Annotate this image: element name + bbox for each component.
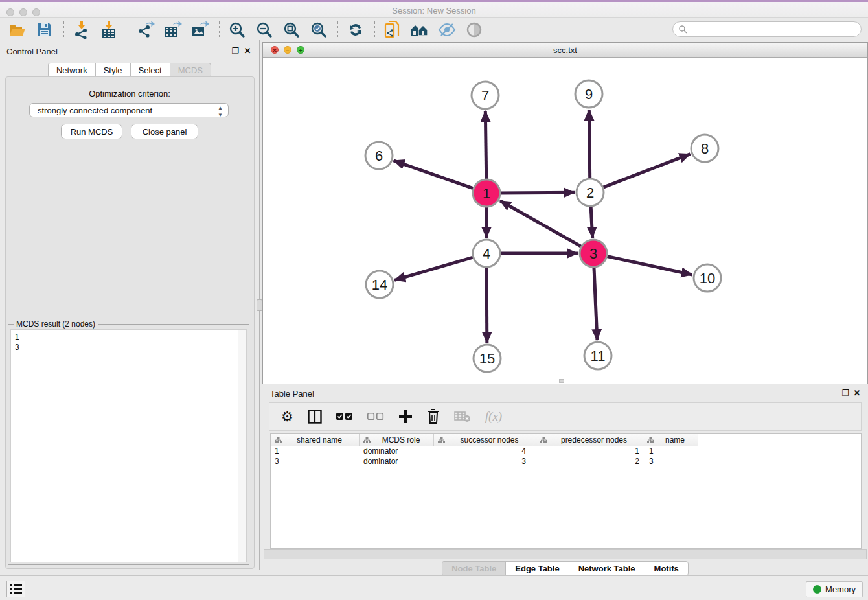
tab-style[interactable]: Style bbox=[95, 63, 130, 78]
node-1[interactable]: 1 bbox=[473, 179, 500, 207]
node-14[interactable]: 14 bbox=[366, 271, 393, 298]
mcds-result-textarea[interactable]: 1 3 bbox=[10, 329, 247, 562]
close-panel-icon[interactable]: ✕ bbox=[852, 389, 862, 398]
node-11[interactable]: 11 bbox=[584, 342, 611, 369]
delete-table-icon[interactable] bbox=[454, 408, 471, 425]
edge-2-3[interactable] bbox=[591, 205, 593, 238]
node-7[interactable]: 7 bbox=[472, 82, 499, 109]
network-canvas[interactable]: 7968124314101511 bbox=[263, 58, 867, 384]
function-builder-icon[interactable]: f(x) bbox=[485, 408, 502, 425]
edge-2-8[interactable] bbox=[602, 154, 691, 189]
vertical-splitter-handle[interactable] bbox=[257, 299, 262, 311]
add-icon[interactable] bbox=[398, 408, 413, 425]
table-row[interactable]: 1dominator411 bbox=[271, 446, 861, 457]
task-history-button[interactable] bbox=[6, 581, 25, 597]
zoom-selected-icon[interactable] bbox=[308, 21, 330, 39]
cell-shared-name[interactable]: 3 bbox=[271, 457, 360, 467]
node-4[interactable]: 4 bbox=[473, 240, 500, 267]
memory-button[interactable]: Memory bbox=[806, 581, 863, 597]
cell-successor-nodes[interactable]: 3 bbox=[434, 457, 536, 467]
cell-shared-name[interactable]: 1 bbox=[271, 446, 360, 457]
cell-predecessor-nodes[interactable]: 2 bbox=[536, 457, 643, 467]
column-header-shared-name[interactable]: shared name bbox=[271, 434, 360, 446]
gear-icon[interactable]: ⚙ bbox=[281, 408, 293, 425]
close-panel-icon[interactable]: ✕ bbox=[243, 47, 252, 56]
search-field[interactable] bbox=[672, 21, 862, 37]
edge-3-11[interactable] bbox=[594, 266, 597, 340]
zoom-fit-icon[interactable] bbox=[280, 21, 303, 39]
deselect-all-icon[interactable] bbox=[367, 408, 384, 425]
result-scrollbar[interactable] bbox=[238, 330, 246, 562]
tab-node-table[interactable]: Node Table bbox=[442, 561, 505, 576]
tab-edge-table[interactable]: Edge Table bbox=[505, 561, 568, 576]
network-resize-handle[interactable] bbox=[559, 379, 564, 383]
tab-mcds[interactable]: MCDS bbox=[170, 63, 211, 78]
node-table[interactable]: shared nameMCDS rolesuccessor nodesprede… bbox=[270, 433, 862, 549]
cell-name[interactable]: 3 bbox=[643, 457, 698, 467]
tab-motifs[interactable]: Motifs bbox=[645, 561, 689, 576]
optimization-criterion-label: Optimization criterion: bbox=[0, 89, 259, 98]
node-15[interactable]: 15 bbox=[474, 345, 501, 372]
close-panel-button[interactable]: Close panel bbox=[131, 124, 198, 139]
cell-mcds-role[interactable]: dominator bbox=[360, 446, 434, 457]
export-network-icon[interactable] bbox=[135, 21, 157, 39]
edge-1-6[interactable] bbox=[394, 161, 475, 189]
svg-text:9: 9 bbox=[585, 86, 593, 102]
table-horizontal-scrollbar[interactable] bbox=[264, 549, 867, 559]
cell-mcds-role[interactable]: dominator bbox=[360, 457, 434, 467]
search-input[interactable] bbox=[690, 25, 852, 34]
run-mcds-button[interactable]: Run MCDS bbox=[61, 124, 122, 139]
node-2[interactable]: 2 bbox=[577, 179, 604, 206]
column-header-successor-nodes[interactable]: successor nodes bbox=[434, 434, 536, 446]
edge-3-10[interactable] bbox=[606, 256, 692, 275]
tab-select[interactable]: Select bbox=[130, 63, 170, 78]
control-panel: Control Panel ❐ ✕ NetworkStyleSelectMCDS… bbox=[0, 40, 260, 570]
edge-3-1[interactable] bbox=[500, 201, 583, 248]
columns-icon[interactable] bbox=[308, 408, 322, 425]
float-panel-icon[interactable]: ❐ bbox=[841, 389, 850, 398]
cell-name[interactable]: 1 bbox=[643, 446, 698, 457]
network-window-titlebar[interactable]: ✕ − + scc.txt bbox=[263, 43, 867, 58]
cell-successor-nodes[interactable]: 4 bbox=[434, 446, 536, 457]
delete-icon[interactable] bbox=[427, 408, 440, 425]
tab-network[interactable]: Network bbox=[48, 63, 95, 78]
criterion-select[interactable]: strongly connected component ▲▼ bbox=[29, 103, 229, 117]
refresh-icon[interactable] bbox=[345, 21, 367, 39]
table-body: 1dominator4113dominator323 bbox=[271, 446, 861, 467]
export-table-icon[interactable] bbox=[162, 21, 184, 39]
zoom-in-icon[interactable] bbox=[226, 21, 248, 39]
hide-graphics-icon[interactable] bbox=[436, 21, 458, 39]
import-table-icon[interactable] bbox=[98, 21, 120, 39]
edge-2-9[interactable] bbox=[589, 110, 589, 180]
edge-4-15[interactable] bbox=[486, 266, 487, 343]
criterion-value: strongly connected component bbox=[38, 106, 152, 115]
select-all-icon[interactable] bbox=[336, 408, 353, 425]
node-10[interactable]: 10 bbox=[694, 264, 721, 292]
column-header-name[interactable]: name bbox=[643, 434, 698, 446]
control-panel-title: Control Panel bbox=[6, 47, 58, 56]
tab-network-table[interactable]: Network Table bbox=[569, 561, 645, 576]
zoom-out-icon[interactable] bbox=[253, 21, 275, 39]
column-header-filler bbox=[698, 434, 861, 446]
node-8[interactable]: 8 bbox=[691, 135, 718, 162]
node-9[interactable]: 9 bbox=[575, 80, 602, 108]
edge-1-2[interactable] bbox=[499, 192, 575, 193]
mcds-result-lines: 1 3 bbox=[11, 330, 246, 354]
network-overview-icon[interactable] bbox=[409, 21, 431, 39]
node-3[interactable]: 3 bbox=[580, 240, 607, 267]
open-session-icon[interactable] bbox=[6, 21, 29, 39]
node-6[interactable]: 6 bbox=[365, 142, 393, 169]
save-session-icon[interactable] bbox=[34, 21, 56, 39]
column-header-mcds-role[interactable]: MCDS role bbox=[360, 434, 434, 446]
export-image-icon[interactable] bbox=[189, 21, 211, 39]
table-row[interactable]: 3dominator323 bbox=[271, 457, 861, 467]
table-panel-title: Table Panel bbox=[270, 389, 314, 398]
edge-1-7[interactable] bbox=[485, 111, 486, 181]
level-of-detail-icon[interactable] bbox=[463, 21, 485, 39]
float-panel-icon[interactable]: ❐ bbox=[231, 47, 240, 56]
import-network-icon[interactable] bbox=[71, 21, 93, 39]
clone-network-icon[interactable] bbox=[382, 21, 404, 39]
edge-4-14[interactable] bbox=[394, 257, 475, 280]
cell-predecessor-nodes[interactable]: 1 bbox=[536, 446, 643, 457]
column-header-predecessor-nodes[interactable]: predecessor nodes bbox=[536, 434, 643, 446]
